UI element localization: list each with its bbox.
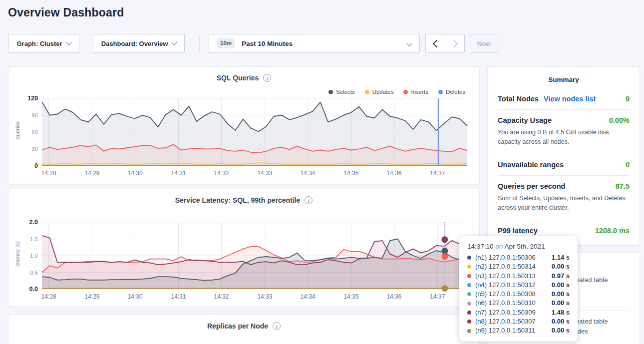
tooltip-value: 0.00 s <box>552 326 570 335</box>
chart-header: SQL Queries <box>8 74 479 82</box>
tooltip-row: (n4) 127.0.0.1:503120.00 s <box>467 281 570 290</box>
tooltip-value: 0.97 s <box>552 272 570 281</box>
view-nodes-list-link[interactable]: View nodes list <box>544 95 596 103</box>
summary-value: 0.00% <box>609 116 630 124</box>
svg-text:14:32: 14:32 <box>214 293 229 300</box>
divider <box>199 35 200 52</box>
tooltip-date: Apr 5th, 2021 <box>504 243 545 250</box>
tooltip-unit: s <box>566 299 570 307</box>
svg-text:14:37: 14:37 <box>430 170 445 177</box>
page-title: Overview Dashboard <box>8 6 124 19</box>
sql-queries-chart[interactable]: 14:2814:2914:3014:3114:3214:3314:3414:35… <box>12 96 469 180</box>
graph-selector-label: Graph: Cluster <box>16 40 62 47</box>
time-pager <box>425 34 465 53</box>
legend-label: Updates <box>372 89 394 95</box>
tooltip-row: (n2) 127.0.0.1:503140.00 s <box>467 262 570 271</box>
time-prev-button[interactable] <box>426 34 445 52</box>
tooltip-node-label: (n9) 127.0.0.1:50311 <box>475 326 535 335</box>
graph-selector[interactable]: Graph: Cluster <box>8 34 79 53</box>
dashboard-selector[interactable]: Dashboard: Overview <box>93 34 185 53</box>
series-dot-icon <box>467 302 471 306</box>
svg-text:14:30: 14:30 <box>128 170 143 177</box>
svg-text:2.0: 2.0 <box>29 220 38 226</box>
tooltip-node-label: (n6) 127.0.0.1:50310 <box>475 299 536 308</box>
chevron-down-icon <box>66 39 71 45</box>
summary-row-main: Queries per second87.5 <box>498 182 630 190</box>
svg-text:14:28: 14:28 <box>41 170 56 177</box>
tooltip-unit: s <box>566 272 570 280</box>
chevron-down-icon <box>406 40 412 46</box>
summary-panel: Summary Total NodesView nodes list9Capac… <box>487 66 640 246</box>
svg-text:0.5: 0.5 <box>30 270 38 276</box>
summary-subtext: You are using 0 B of 4.5 GiB usable disk… <box>498 128 630 147</box>
info-icon[interactable] <box>305 196 313 204</box>
tooltip-row: (n5) 127.0.0.1:503080.00 s <box>467 290 570 299</box>
svg-text:14:29: 14:29 <box>85 170 100 177</box>
time-range-selector[interactable]: 10m Past 10 Minutes <box>209 34 420 53</box>
chart-header: Replicas per Node <box>8 322 479 330</box>
chart-title: Replicas per Node <box>207 322 268 330</box>
svg-text:14:33: 14:33 <box>257 170 272 177</box>
series-dot-icon <box>467 320 471 324</box>
legend-dot-icon <box>328 90 333 94</box>
chart-hover-tooltip: 14:37:10 on Apr 5th, 2021 (n1) 127.0.0.1… <box>459 236 578 342</box>
chart-title: Service Latency: SQL, 99th percentile <box>175 196 301 204</box>
summary-label: Capacity Usage <box>498 116 552 124</box>
svg-text:14:36: 14:36 <box>386 293 401 300</box>
service-latency-chart-card: Service Latency: SQL, 99th percentile la… <box>8 189 480 307</box>
summary-label: Unavailable ranges <box>498 161 564 169</box>
chart-title: SQL Queries <box>217 74 259 82</box>
svg-text:14:30: 14:30 <box>128 293 143 300</box>
series-dot-icon <box>467 329 471 333</box>
svg-text:0.0: 0.0 <box>29 286 38 293</box>
tooltip-value: 1.14 s <box>552 253 570 262</box>
svg-text:14:31: 14:31 <box>171 293 186 300</box>
chevron-left-icon <box>432 39 440 47</box>
svg-text:14:33: 14:33 <box>257 293 272 300</box>
legend-dot-icon <box>403 90 408 94</box>
tooltip-unit: s <box>566 290 570 298</box>
time-next-button[interactable] <box>445 34 464 52</box>
tooltip-node-label: (n3) 127.0.0.1:50313 <box>475 272 536 281</box>
tooltip-unit: s <box>566 327 570 334</box>
service-latency-chart[interactable]: 14:2814:2914:3014:3114:3214:3314:3414:35… <box>12 220 469 303</box>
svg-text:14:37: 14:37 <box>430 293 445 300</box>
legend-label: Deletes <box>446 89 465 95</box>
dashboard-selector-label: Dashboard: Overview <box>101 40 168 47</box>
tooltip-unit: s <box>566 281 570 289</box>
svg-text:14:36: 14:36 <box>386 170 401 177</box>
tooltip-unit: s <box>566 309 570 316</box>
legend-item: Selects <box>328 89 355 95</box>
tooltip-row: (n6) 127.0.0.1:503100.00 s <box>467 299 570 308</box>
legend-dot-icon <box>365 90 369 94</box>
series-dot-icon <box>467 256 471 260</box>
chevron-down-icon <box>172 39 177 45</box>
summary-value: 9 <box>626 95 630 103</box>
summary-label: P99 latency <box>498 227 538 235</box>
svg-text:90: 90 <box>31 112 38 118</box>
now-button[interactable]: Now <box>470 34 498 53</box>
svg-text:14:35: 14:35 <box>343 170 358 177</box>
series-dot-icon <box>467 283 471 287</box>
tooltip-node-label: (n2) 127.0.0.1:50314 <box>475 262 536 271</box>
svg-text:1.0: 1.0 <box>30 253 38 259</box>
time-range-label: Past 10 Minutes <box>242 40 293 47</box>
svg-text:14:32: 14:32 <box>214 170 229 177</box>
summary-row-main: Total NodesView nodes list9 <box>498 95 630 103</box>
tooltip-unit: s <box>566 263 570 270</box>
tooltip-row: (n3) 127.0.0.1:503130.97 s <box>467 272 570 281</box>
svg-text:1.5: 1.5 <box>30 236 38 242</box>
svg-text:120: 120 <box>27 96 38 102</box>
info-icon[interactable] <box>273 322 281 330</box>
tooltip-value: 1.48 s <box>552 308 570 317</box>
summary-row: Unavailable ranges0 <box>498 154 630 175</box>
tooltip-row: (n7) 127.0.0.1:503091.48 s <box>467 308 570 317</box>
summary-row-main: Unavailable ranges0 <box>498 161 630 169</box>
series-dot-icon <box>467 292 471 296</box>
svg-text:30: 30 <box>31 146 38 152</box>
legend-label: Selects <box>336 89 355 95</box>
summary-title: Summary <box>498 67 630 83</box>
svg-text:0: 0 <box>34 162 38 169</box>
info-icon[interactable] <box>263 74 271 82</box>
legend-item: Deletes <box>438 89 465 95</box>
